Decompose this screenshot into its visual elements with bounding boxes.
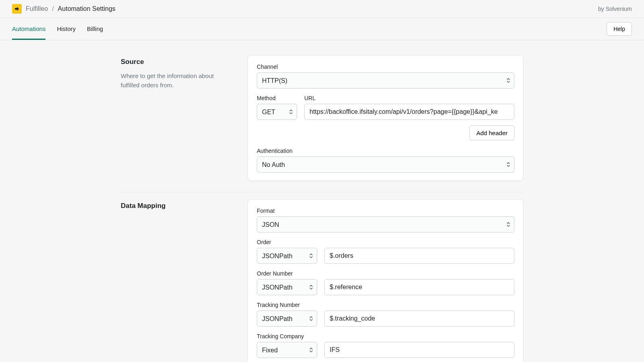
channel-select[interactable]: HTTP(S)	[257, 72, 514, 88]
section-source: Source Where to get the information abou…	[121, 48, 523, 192]
mapping-value-input[interactable]	[324, 279, 514, 295]
breadcrumb-app[interactable]: Fulfilleo	[26, 5, 48, 12]
mapping-mode-select[interactable]: JSONPath	[257, 279, 317, 295]
mapping-row: Order JSONPath	[257, 239, 514, 264]
topbar: Fulfilleo / Automation Settings by Solve…	[0, 0, 644, 18]
mapping-row-label: Order Number	[257, 270, 514, 277]
mapping-row: Tracking Number JSONPath	[257, 302, 514, 327]
mapping-mode-select[interactable]: JSONPath	[257, 311, 317, 327]
mapping-title: Data Mapping	[121, 202, 233, 210]
tab-automations[interactable]: Automations	[12, 18, 45, 40]
breadcrumb-separator: /	[52, 5, 54, 12]
tab-billing[interactable]: Billing	[87, 18, 103, 40]
url-field: URL	[304, 95, 514, 120]
content: Source Where to get the information abou…	[121, 40, 523, 362]
mapping-row: Order Number JSONPath	[257, 270, 514, 295]
tab-history[interactable]: History	[57, 18, 76, 40]
header-actions: Add header	[257, 125, 514, 140]
mapping-mode-select[interactable]: JSONPath	[257, 248, 317, 264]
mapping-row-label: Tracking Number	[257, 302, 514, 308]
source-title: Source	[121, 58, 233, 66]
method-select[interactable]: GET	[257, 104, 297, 120]
mapping-card: Format JSON Order J	[248, 200, 523, 362]
auth-select[interactable]: No Auth	[257, 156, 514, 173]
source-desc: Where to get the information about fulfi…	[121, 72, 233, 90]
url-input[interactable]	[304, 104, 514, 120]
section-mapping-left: Data Mapping	[121, 200, 233, 362]
mapping-row: Tracking Company Fixed	[257, 333, 514, 358]
format-label: Format	[257, 208, 514, 214]
mapping-mode-select[interactable]: Fixed	[257, 342, 317, 358]
tabs-bar: Automations History Billing Help	[0, 18, 644, 40]
channel-field: Channel HTTP(S)	[257, 64, 514, 88]
method-url-row: Method GET URL	[257, 95, 514, 120]
section-source-left: Source Where to get the information abou…	[121, 56, 233, 181]
breadcrumb: Fulfilleo / Automation Settings	[26, 5, 116, 12]
mapping-row-label: Tracking Company	[257, 333, 514, 339]
auth-label: Authentication	[257, 148, 514, 154]
section-mapping: Data Mapping Format JSON Order	[121, 192, 523, 362]
tabs: Automations History Billing	[12, 18, 103, 40]
byline: by Solvenium	[598, 6, 632, 12]
help-button[interactable]: Help	[607, 22, 632, 36]
url-label: URL	[304, 95, 514, 101]
method-label: Method	[257, 95, 297, 101]
breadcrumb-page: Automation Settings	[58, 5, 116, 12]
auth-field: Authentication No Auth	[257, 148, 514, 173]
mapping-value-input[interactable]	[324, 248, 514, 264]
method-field: Method GET	[257, 95, 297, 120]
format-select[interactable]: JSON	[257, 216, 514, 232]
mapping-row-label: Order	[257, 239, 514, 245]
brand: Fulfilleo / Automation Settings	[12, 4, 116, 14]
source-card: Channel HTTP(S) Method GET	[248, 56, 523, 181]
mapping-value-input[interactable]	[324, 342, 514, 358]
format-field: Format JSON	[257, 208, 514, 232]
add-header-button[interactable]: Add header	[469, 125, 514, 140]
app-logo	[12, 4, 22, 14]
mapping-value-input[interactable]	[324, 311, 514, 327]
channel-label: Channel	[257, 64, 514, 70]
